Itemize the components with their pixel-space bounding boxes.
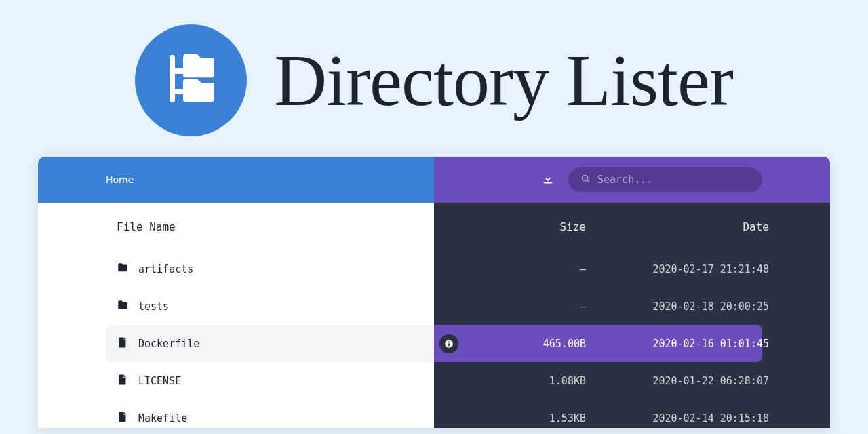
table-header: File Name Size Date [38,203,830,250]
column-header-name: File Name [38,220,434,233]
file-date: 2020-02-16 01:01:45 [627,338,830,350]
file-size: 1.53KB [484,412,627,425]
file-date: 2020-02-14 20:15:18 [627,412,830,425]
file-name: Dockerfile [138,338,199,350]
file-date: 2020-02-17 21:21:48 [627,263,830,275]
svg-point-6 [448,341,450,342]
svg-rect-2 [170,89,184,94]
search-icon [580,174,591,186]
search-input[interactable] [597,174,750,186]
svg-rect-7 [448,343,450,346]
svg-point-3 [583,175,588,180]
search-box[interactable] [568,167,762,192]
file-icon [117,336,129,351]
column-header-date: Date [627,220,830,233]
file-name: artifacts [138,263,193,275]
file-date: 2020-02-18 20:00:25 [627,300,830,313]
breadcrumb-home[interactable]: Home [106,174,134,185]
app-logo [135,24,247,136]
file-listing-panel: Home File Name Size Date artifacts—2020-… [38,157,830,428]
column-header-size: Size [484,220,627,233]
file-size: — [484,300,627,313]
folder-icon [117,299,129,314]
file-name: LICENSE [138,375,181,387]
file-name: tests [138,300,169,313]
file-date: 2020-01-22 06:28:07 [627,375,830,387]
svg-rect-1 [170,68,184,74]
table-row[interactable]: Dockerfile465.00B2020-02-16 01:01:45 [38,325,830,362]
info-button[interactable] [439,334,458,353]
file-size: 1.08KB [484,375,627,387]
tree-folder-icon [157,47,225,115]
table-row[interactable]: artifacts—2020-02-17 21:21:48 [38,250,830,288]
file-icon [117,411,129,426]
table-row[interactable]: LICENSE1.08KB2020-01-22 06:28:07 [38,362,830,399]
file-size: 465.00B [484,338,627,350]
folder-icon [117,262,129,277]
app-title: Directory Lister [274,39,733,123]
file-name: Makefile [138,412,187,425]
table-row[interactable]: tests—2020-02-18 20:00:25 [38,288,830,325]
svg-rect-0 [170,55,175,102]
table-row[interactable]: Makefile1.53KB2020-02-14 20:15:18 [38,399,830,428]
file-size: — [484,263,627,275]
file-icon [117,374,129,389]
svg-line-4 [587,180,589,182]
download-icon[interactable] [541,172,555,188]
